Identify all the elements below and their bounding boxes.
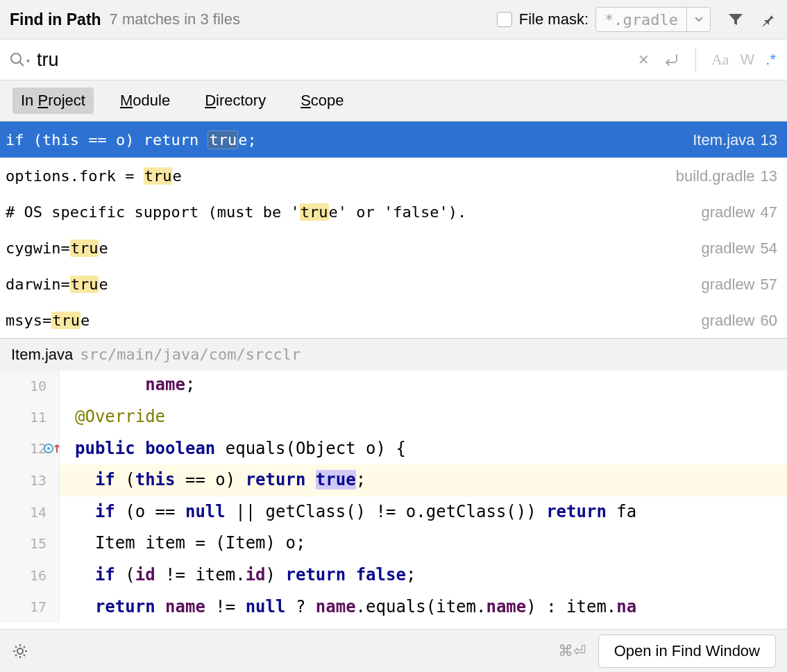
newline-icon[interactable] xyxy=(662,53,680,67)
scope-tab[interactable]: Directory xyxy=(196,87,274,114)
open-in-find-window-button[interactable]: Open in Find Window xyxy=(598,635,776,668)
code-preview[interactable]: 10 String name; 11 @Override 12 public b… xyxy=(0,371,787,629)
override-gutter-icon[interactable] xyxy=(44,444,60,453)
code-line: 12 public boolean equals(Object o) { xyxy=(0,433,787,465)
code-line-highlighted: 13 if (this == o) return true; xyxy=(0,464,787,496)
chevron-down-icon[interactable] xyxy=(686,8,710,31)
file-mask-select[interactable]: *.gradle xyxy=(595,7,711,32)
preview-filename: Item.java xyxy=(11,346,73,364)
file-mask-checkbox[interactable] xyxy=(497,12,512,27)
result-row[interactable]: msys=truegradlew 60 xyxy=(0,302,787,338)
result-text: cygwin=true xyxy=(6,237,108,260)
gutter: 15 xyxy=(0,528,60,560)
code-line: 17 return name != null ? name.equals(ite… xyxy=(0,591,787,623)
shortcut-hint: ⌘⏎ xyxy=(558,642,586,660)
result-location: gradlew 47 xyxy=(701,201,777,224)
result-text: msys=true xyxy=(6,309,90,332)
result-text: darwin=true xyxy=(6,273,108,296)
svg-point-0 xyxy=(11,53,21,63)
scope-tab[interactable]: Scope xyxy=(292,87,352,114)
gutter: 13 xyxy=(0,464,60,496)
result-location: gradlew 57 xyxy=(701,273,777,296)
svg-point-4 xyxy=(17,648,23,654)
pin-icon[interactable] xyxy=(759,11,776,28)
gutter: 12 xyxy=(0,433,60,465)
result-row[interactable]: cygwin=truegradlew 54 xyxy=(0,230,787,266)
scope-tab[interactable]: Module xyxy=(112,87,178,114)
divider xyxy=(695,48,696,72)
result-row[interactable]: # OS specific support (must be 'true' or… xyxy=(0,194,787,230)
code-line: 14 if (o == null || getClass() != o.getC… xyxy=(0,496,787,528)
result-location: build.gradle 13 xyxy=(676,165,777,187)
result-text: options.fork = true xyxy=(6,165,182,187)
svg-line-1 xyxy=(19,62,24,66)
code-line: 10 String name; xyxy=(0,371,787,401)
result-text: # OS specific support (must be 'true' or… xyxy=(6,201,466,224)
whole-words-toggle[interactable]: W xyxy=(741,51,755,69)
filter-icon[interactable] xyxy=(727,12,744,27)
gutter: 10 xyxy=(0,371,60,401)
search-input[interactable] xyxy=(30,49,638,71)
preview-header: Item.java src/main/java/com/srcclr xyxy=(0,338,787,371)
result-row[interactable]: darwin=truegradlew 57 xyxy=(0,266,787,302)
result-text: if (this == o) return true; xyxy=(6,128,257,151)
dialog-header: Find in Path 7 matches in 3 files File m… xyxy=(0,0,787,39)
settings-gear-icon[interactable] xyxy=(11,642,29,660)
result-row[interactable]: options.fork = truebuild.gradle 13 xyxy=(0,158,787,194)
result-row[interactable]: if (this == o) return true;Item.java 13 xyxy=(0,121,787,158)
scope-tab[interactable]: In Project xyxy=(12,87,94,114)
regex-toggle[interactable]: .* xyxy=(765,51,776,69)
gutter: 11 xyxy=(0,401,60,433)
code-line: 15 Item item = (Item) o; xyxy=(0,528,787,560)
result-location: gradlew 54 xyxy=(701,237,777,260)
preview-path: src/main/java/com/srcclr xyxy=(80,346,301,364)
code-line: 16 if (id != item.id) return false; xyxy=(0,560,787,591)
search-icon[interactable]: ▾ xyxy=(10,52,30,67)
result-location: Item.java 13 xyxy=(693,128,777,151)
file-mask-label: File mask: xyxy=(519,10,589,28)
gutter: 14 xyxy=(0,496,60,528)
dialog-footer: ⌘⏎ Open in Find Window xyxy=(0,629,787,672)
gutter: 16 xyxy=(0,560,60,591)
match-case-toggle[interactable]: Aa xyxy=(711,51,729,69)
results-list: if (this == o) return true;Item.java 13o… xyxy=(0,121,787,338)
dialog-title: Find in Path xyxy=(10,10,101,29)
result-location: gradlew 60 xyxy=(701,309,777,332)
gutter: 17 xyxy=(0,591,60,623)
file-mask-group: File mask: *.gradle xyxy=(497,7,711,32)
clear-icon[interactable]: ✕ xyxy=(638,51,650,68)
scope-tabs: In ProjectModuleDirectoryScope xyxy=(0,81,787,121)
file-mask-value: *.gradle xyxy=(596,11,686,28)
search-row: ▾ ✕ Aa W .* xyxy=(0,39,787,81)
match-count: 7 matches in 3 files xyxy=(110,10,489,28)
svg-point-3 xyxy=(47,447,50,450)
code-line: 11 @Override xyxy=(0,401,787,433)
